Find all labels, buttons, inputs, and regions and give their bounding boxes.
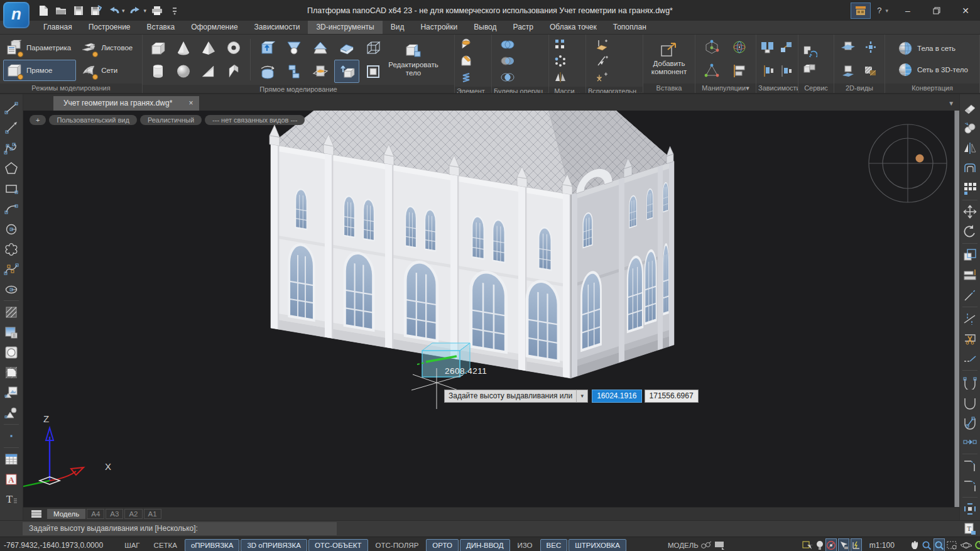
solids-to-mesh-button[interactable]: Тела в сеть: [894, 40, 959, 57]
tab-a4[interactable]: A4: [87, 509, 104, 519]
undo-icon[interactable]: [107, 4, 121, 18]
nanocad-logo-icon[interactable]: n: [3, 2, 30, 28]
line-icon[interactable]: [2, 98, 21, 118]
undo-dropdown-icon[interactable]: ▾: [122, 8, 125, 14]
new-file-icon[interactable]: [36, 4, 50, 18]
sheet-mode-button[interactable]: Листовое: [78, 37, 139, 58]
zoom-icon[interactable]: [921, 538, 932, 551]
save-icon[interactable]: [72, 4, 85, 18]
app-store-icon[interactable]: [851, 3, 871, 19]
wedge-primitive-button[interactable]: [196, 60, 221, 83]
tab-a2[interactable]: A2: [124, 509, 142, 519]
edit-hatch-icon[interactable]: [961, 412, 979, 432]
save-all-icon[interactable]: [89, 4, 103, 18]
point-icon[interactable]: [2, 426, 21, 446]
model-viewport[interactable]: + Пользовательский вид Реалистичный --- …: [23, 111, 959, 507]
lengthen-icon[interactable]: [961, 285, 979, 305]
pyramid-face-button[interactable]: [308, 36, 333, 60]
join-icon[interactable]: [961, 432, 979, 452]
minimize-button[interactable]: –: [893, 0, 922, 21]
push-face-button[interactable]: [255, 36, 280, 60]
constraint-parallel-button[interactable]: [760, 63, 776, 79]
dyn-input-height-field[interactable]: 16024.1916: [592, 390, 641, 403]
section-button[interactable]: [308, 60, 333, 83]
toggle-otrack[interactable]: ОТС-ОБЪЕКТ: [308, 539, 368, 551]
ellipse-icon[interactable]: [2, 279, 21, 299]
region-icon[interactable]: [2, 342, 21, 363]
tab-postroenie[interactable]: Построение: [80, 21, 139, 34]
constraint-coincident-button[interactable]: [760, 40, 776, 55]
document-tab[interactable]: Учет геометрии на гранях.dwg* ×: [53, 96, 199, 111]
tab-topoplan[interactable]: Топоплан: [605, 21, 655, 34]
check-body-button[interactable]: [802, 43, 818, 59]
help-button[interactable]: ?: [874, 6, 884, 15]
mirror-icon[interactable]: [961, 138, 979, 158]
zoom-object-icon[interactable]: [946, 538, 959, 551]
toggle-iso[interactable]: ИЗО: [511, 539, 539, 551]
navigation-sphere-icon[interactable]: [869, 124, 947, 202]
thicken-button[interactable]: [334, 36, 359, 60]
toggle-ortho[interactable]: ОРТО: [426, 539, 459, 551]
workspace-monitor-icon[interactable]: [714, 538, 726, 551]
extend-icon[interactable]: [961, 349, 979, 369]
hatch-view-button[interactable]: [863, 63, 879, 79]
explode-icon[interactable]: [961, 499, 979, 519]
torus-primitive-button[interactable]: [221, 36, 246, 60]
close-button[interactable]: ✕: [951, 0, 980, 21]
break-icon[interactable]: [961, 329, 979, 349]
taper-face-button[interactable]: [281, 36, 307, 60]
erase-icon[interactable]: [961, 98, 979, 118]
extrude-button[interactable]: [334, 60, 359, 83]
rotate-icon[interactable]: [961, 222, 979, 242]
move-icon[interactable]: [961, 202, 979, 222]
sweep-button[interactable]: [281, 60, 307, 83]
pyramid-primitive-button[interactable]: [196, 36, 221, 60]
command-line-bar[interactable]: Задайте высоту выдавливания или [Несколь…: [0, 520, 980, 537]
stretch-icon[interactable]: [961, 265, 979, 285]
tab-zavisimosti[interactable]: Зависимости: [246, 21, 308, 34]
dyn-input-dropdown-icon[interactable]: ▾: [576, 390, 588, 403]
solids-list-button[interactable]: [802, 60, 818, 75]
cone-primitive-button[interactable]: [171, 36, 196, 60]
circle-icon[interactable]: [2, 219, 21, 239]
edit-body-button[interactable]: Редактировать тело: [388, 42, 438, 77]
tab-a3[interactable]: A3: [106, 509, 123, 519]
polyline-icon[interactable]: [2, 138, 21, 158]
align-button[interactable]: [731, 63, 748, 79]
toggle-dyn-input[interactable]: ДИН-ВВОД: [460, 539, 510, 551]
space-label[interactable]: МОДЕЛЬ: [668, 542, 699, 549]
parametric-mode-button[interactable]: Параметрика: [3, 37, 76, 58]
boss-element-button[interactable]: [458, 53, 474, 68]
copy-icon[interactable]: [961, 118, 979, 138]
ray-icon[interactable]: [2, 118, 21, 138]
viewport-add-view-button[interactable]: +: [30, 115, 46, 125]
redo-icon[interactable]: [129, 4, 143, 18]
autoscale-cursor-icon[interactable]: [838, 538, 849, 551]
offset-icon[interactable]: [961, 158, 979, 178]
tab-list-caret-icon[interactable]: ▼: [948, 100, 954, 107]
tab-oformlenie[interactable]: Оформление: [183, 21, 246, 34]
mesh-mode-button[interactable]: Сети: [78, 60, 139, 81]
sphere-primitive-button[interactable]: [171, 60, 196, 83]
tab-vstavka[interactable]: Вставка: [139, 21, 183, 34]
polygon-icon[interactable]: [2, 158, 21, 178]
scale-3d-button[interactable]: [704, 63, 720, 79]
hatch-icon[interactable]: [2, 302, 21, 322]
arc-icon[interactable]: [2, 199, 21, 219]
document-tab-close-icon[interactable]: ×: [188, 99, 193, 107]
dyn-input-second-field[interactable]: 171556.6967: [645, 390, 699, 403]
help-dropdown-icon[interactable]: ▾: [884, 8, 893, 14]
dyn-input-prompt[interactable]: Задайте высоту выдавливания или: [444, 390, 577, 403]
toggle-lineweight[interactable]: ВЕС: [540, 539, 568, 551]
polar-array-button[interactable]: [552, 53, 569, 68]
revision-cloud-icon[interactable]: [2, 239, 21, 259]
mirror3d-button[interactable]: [552, 69, 569, 85]
toggle-snap[interactable]: ШАГ: [118, 539, 146, 551]
print-icon[interactable]: [150, 4, 164, 18]
regen-icon[interactable]: [974, 538, 980, 551]
tab-vid[interactable]: Вид: [383, 21, 413, 34]
tab-glavnaya[interactable]: Главная: [35, 21, 80, 34]
text-style-icon[interactable]: А: [2, 469, 21, 489]
annotation-visibility-icon[interactable]: [825, 538, 837, 551]
viewport-scrollbar[interactable]: [954, 111, 959, 507]
